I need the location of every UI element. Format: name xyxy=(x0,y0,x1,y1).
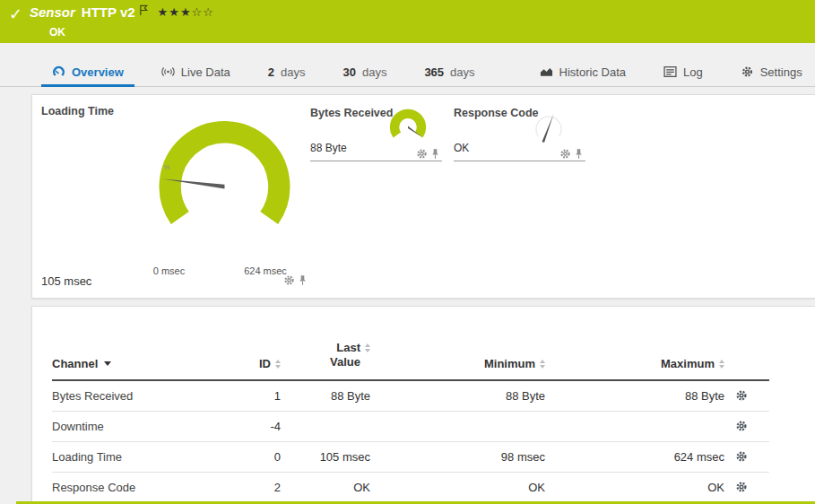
channel-maximum: 88 Byte xyxy=(545,380,724,412)
tab-bar: Overview Live Data 2 days 30 days 365 da… xyxy=(0,59,815,87)
channel-last-value: 105 msec xyxy=(281,441,370,472)
channel-last-value: 88 Byte xyxy=(281,380,370,412)
channel-name: Loading Time xyxy=(52,441,186,472)
tab-label: Historic Data xyxy=(559,65,626,79)
favorite-flag-icon[interactable] xyxy=(139,4,149,16)
channel-id: 0 xyxy=(186,441,281,472)
tab-label: Overview xyxy=(72,65,124,79)
tab-label: days xyxy=(450,65,474,79)
column-label: ID xyxy=(259,357,271,370)
response-code-gauge-title: Response Code xyxy=(454,107,538,119)
tab-overview[interactable]: Overview xyxy=(41,59,134,87)
dropdown-caret-icon xyxy=(104,361,111,366)
priority-stars[interactable]: ★★★☆☆ xyxy=(158,5,214,19)
loading-time-value: 105 msec xyxy=(41,274,91,288)
channel-minimum: 98 msec xyxy=(370,441,545,472)
sensor-status: OK xyxy=(49,26,65,39)
column-label: Minimum xyxy=(484,357,535,370)
gauge-settings-gear-icon[interactable] xyxy=(559,148,571,160)
column-header-id[interactable]: ID xyxy=(186,341,281,380)
tab-label: days xyxy=(362,65,386,79)
gauge-settings-gear-icon[interactable] xyxy=(283,274,295,286)
column-header-minimum[interactable]: Minimum xyxy=(370,341,545,380)
column-label: Last Value xyxy=(321,341,360,370)
column-header-maximum[interactable]: Maximum xyxy=(545,341,724,380)
table-row[interactable]: Loading Time 0 105 msec 98 msec 624 msec xyxy=(52,441,769,472)
tab-day-count: 2 xyxy=(268,65,274,79)
gauge-unit-label: % xyxy=(164,163,170,171)
log-list-icon xyxy=(663,65,677,78)
sensor-title-name: HTTP v2 xyxy=(82,4,135,20)
channel-minimum: 88 Byte xyxy=(370,380,545,412)
channel-minimum: OK xyxy=(370,472,545,502)
channel-name: Bytes Received xyxy=(52,380,186,412)
channel-maximum xyxy=(545,411,724,441)
historic-data-chart-icon xyxy=(540,65,553,78)
channel-settings-icon[interactable] xyxy=(735,450,748,463)
channel-maximum: OK xyxy=(545,472,724,502)
tab-label: Settings xyxy=(760,65,802,79)
overview-gauge-icon xyxy=(52,65,65,78)
divider xyxy=(310,161,442,161)
bytes-received-gauge-title: Bytes Received xyxy=(310,107,393,119)
channel-id: 2 xyxy=(186,472,281,502)
bytes-received-value: 88 Byte xyxy=(310,142,347,154)
loading-time-gauge-title: Loading Time xyxy=(41,105,114,117)
sensor-title-prefix: Sensor xyxy=(30,4,75,20)
column-header-actions xyxy=(724,341,769,380)
table-row[interactable]: Downtime -4 xyxy=(52,411,769,441)
tab-live-data[interactable]: Live Data xyxy=(151,59,241,87)
divider xyxy=(454,161,585,161)
response-code-gauge[interactable] xyxy=(531,104,567,151)
gauge-settings-gear-icon[interactable] xyxy=(416,148,428,160)
channel-last-value: OK xyxy=(281,472,370,502)
live-data-broadcast-icon xyxy=(161,65,175,78)
channel-id: -4 xyxy=(186,411,281,441)
status-check-icon: ✓ xyxy=(9,4,22,24)
channel-name: Downtime xyxy=(52,411,186,441)
tab-30-days[interactable]: 30 days xyxy=(332,59,397,87)
channel-maximum: 624 msec xyxy=(545,441,724,472)
response-code-value: OK xyxy=(454,142,469,154)
column-header-last-value[interactable]: Last Value xyxy=(281,341,370,380)
bytes-received-gauge[interactable] xyxy=(384,108,432,149)
channel-settings-icon[interactable] xyxy=(735,420,748,432)
sort-icon xyxy=(365,341,370,352)
gauges-panel: Loading Time % 0 msec 624 msec 105 msec … xyxy=(31,94,815,299)
sort-icon xyxy=(540,357,545,369)
loading-time-gauge[interactable]: % xyxy=(133,109,316,246)
gauge-min-label: 0 msec xyxy=(126,265,212,276)
tab-settings[interactable]: Settings xyxy=(730,59,813,87)
table-row[interactable]: Bytes Received 1 88 Byte 88 Byte 88 Byte xyxy=(52,380,769,412)
column-label: Maximum xyxy=(661,357,715,370)
gauge-pin-icon[interactable] xyxy=(299,274,307,286)
channel-settings-icon[interactable] xyxy=(735,389,748,402)
tab-label: days xyxy=(281,65,305,79)
settings-gear-icon xyxy=(741,65,754,78)
sort-icon xyxy=(719,357,724,369)
sensor-header: ✓ Sensor HTTP v2 ★★★☆☆ OK xyxy=(0,0,815,43)
tab-historic-data[interactable]: Historic Data xyxy=(529,59,637,87)
tab-label: Live Data xyxy=(181,65,230,79)
channel-minimum xyxy=(370,411,545,441)
channel-table: Channel ID Last Value Minimum Maximum xyxy=(52,341,769,503)
gauge-pin-icon[interactable] xyxy=(575,148,583,160)
tab-day-count: 365 xyxy=(424,65,444,79)
tab-2-days[interactable]: 2 days xyxy=(257,59,316,87)
table-row[interactable]: Response Code 2 OK OK OK xyxy=(52,472,769,502)
tab-label: Log xyxy=(683,65,703,79)
tab-log[interactable]: Log xyxy=(653,59,714,87)
channel-last-value xyxy=(281,411,370,441)
column-header-channel[interactable]: Channel xyxy=(52,341,186,380)
channel-settings-icon[interactable] xyxy=(735,481,748,493)
tab-365-days[interactable]: 365 days xyxy=(413,59,485,87)
tab-day-count: 30 xyxy=(342,65,355,79)
channel-id: 1 xyxy=(186,380,281,412)
column-label: Channel xyxy=(52,357,98,370)
gauge-pin-icon[interactable] xyxy=(431,148,439,160)
channel-name: Response Code xyxy=(52,472,186,502)
channels-panel: Channel ID Last Value Minimum Maximum xyxy=(31,306,815,503)
sort-icon xyxy=(275,357,281,369)
